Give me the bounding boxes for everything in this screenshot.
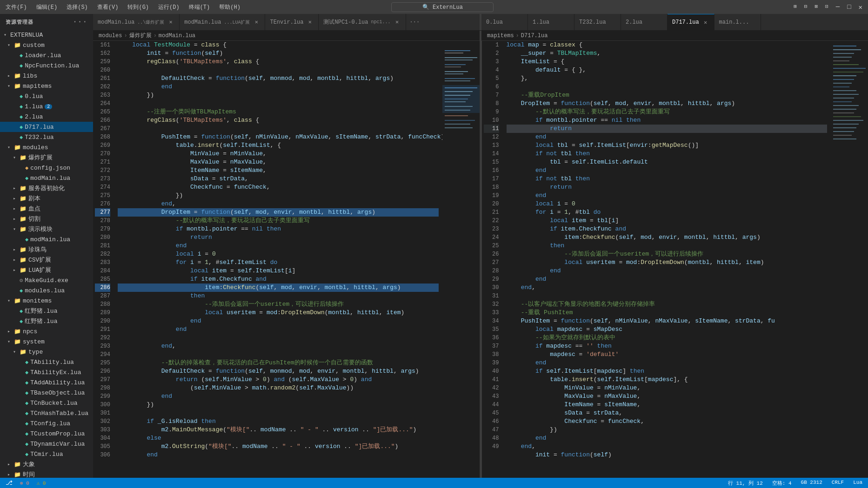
sidebar-item-baofazhankai[interactable]: ▾ 📁 爆炸扩展 bbox=[0, 152, 93, 163]
right-editor-content[interactable]: 12345 678910 11 1213141516 1718192021 22… bbox=[482, 41, 868, 478]
menu-edit[interactable]: 编辑(E) bbox=[34, 2, 60, 12]
sidebar-more-icon[interactable]: ··· bbox=[73, 18, 87, 26]
sidebar-item-npcfunction[interactable]: ◆ NpcFunction.lua bbox=[0, 60, 93, 71]
sidebar-item-loader[interactable]: ◆ loader.lua bbox=[0, 50, 93, 60]
titlebar-search-bar[interactable]: 🔍 ExternLua bbox=[391, 2, 494, 12]
tab-d717[interactable]: D717.lua ✕ bbox=[668, 14, 714, 30]
sidebar-item-1lua[interactable]: ◆ 1.lua 2 bbox=[0, 101, 93, 112]
menu-view[interactable]: 查看(V) bbox=[95, 2, 120, 12]
sidebar-item-2lua[interactable]: ◆ 2.lua bbox=[0, 112, 93, 122]
status-git-icon[interactable]: ⎇ bbox=[4, 479, 14, 487]
status-encoding[interactable]: GB 2312 bbox=[799, 480, 824, 487]
tab-close-icon[interactable]: ✕ bbox=[253, 19, 260, 26]
layout-icon-4[interactable]: ⊡ bbox=[823, 3, 830, 11]
tab-close-icon[interactable]: ✕ bbox=[306, 19, 314, 26]
sidebar-item-tcnbucket[interactable]: ◆ TCnBucket.lua bbox=[0, 398, 93, 408]
sidebar-item-tcmir[interactable]: ◆ TCmir.lua bbox=[0, 449, 93, 459]
sidebar-item-monitems[interactable]: ▾ 📁 monitems bbox=[0, 296, 93, 306]
tab-mainl[interactable]: main.l... bbox=[714, 14, 761, 30]
tab-modmain-baofazhan[interactable]: modMain.lua ..\爆炸扩展 ✕ bbox=[93, 14, 180, 30]
close-button[interactable]: ✕ bbox=[857, 3, 864, 11]
sidebar-item-tability[interactable]: ◆ TAbility.lua bbox=[0, 357, 93, 367]
menu-help[interactable]: 帮助(H) bbox=[217, 2, 242, 12]
sidebar-item-taddability[interactable]: ◆ TAddAbility.lua bbox=[0, 377, 93, 388]
tab-close-icon[interactable]: ✕ bbox=[702, 19, 709, 26]
sidebar-item-configjson[interactable]: ◆ config.json bbox=[0, 163, 93, 173]
sidebar-item-0lua[interactable]: ◆ 0.lua bbox=[0, 91, 93, 101]
sidebar-item-type[interactable]: ▾ 📁 type bbox=[0, 347, 93, 357]
tab-label: modMain.lua bbox=[98, 19, 134, 26]
sidebar-item-makeguid[interactable]: ⚙ MakeGuid.exe bbox=[0, 275, 93, 285]
tab-close-icon[interactable]: ✕ bbox=[167, 19, 174, 26]
sidebar-item-lua[interactable]: ▸ 📁 LUA扩展 bbox=[0, 265, 93, 275]
tab-tenvir[interactable]: TEnvir.lua ✕ bbox=[265, 14, 319, 30]
status-warnings[interactable]: ⚠ 0 bbox=[35, 480, 48, 486]
layout-icon-3[interactable]: ⊠ bbox=[813, 3, 820, 11]
bc-baofazhan[interactable]: 爆炸扩展 bbox=[129, 32, 152, 40]
sidebar-item-tbaseobj[interactable]: ◆ TBaseObject.lua bbox=[0, 388, 93, 398]
menu-goto[interactable]: 转到(G) bbox=[126, 2, 151, 12]
bc-d717[interactable]: D717.lua bbox=[521, 33, 548, 39]
menu-terminal[interactable]: 终端(T) bbox=[187, 2, 212, 12]
sidebar-item-tcustom[interactable]: ◆ TCustomProp.lua bbox=[0, 429, 93, 439]
minimize-button[interactable]: ─ bbox=[834, 3, 841, 11]
tab-more-button[interactable]: ··· bbox=[406, 14, 424, 30]
sidebar-item-fuwuqi[interactable]: ▸ 📁 服务器初始化 bbox=[0, 183, 93, 193]
bc-mapitems[interactable]: mapitems bbox=[487, 33, 514, 39]
tab-testnpc1[interactable]: 测试NPC1-0.lua npc1... ✕ bbox=[319, 14, 406, 30]
status-spaces[interactable]: 空格: 4 bbox=[770, 480, 794, 487]
left-editor-content[interactable]: 161162259260261 262263264265266 26726826… bbox=[93, 41, 480, 478]
sidebar-item-shijian[interactable]: ▸ 📁 时间 bbox=[0, 469, 93, 478]
sidebar-item-tdynamic[interactable]: ◆ TDynamicVar.lua bbox=[0, 439, 93, 449]
tab-modmain-lua2[interactable]: modMain.lua ...LUA扩展 ✕ bbox=[180, 14, 265, 30]
tab-2lua[interactable]: 2.lua bbox=[621, 14, 668, 30]
sidebar-item-hongyezhu2[interactable]: ◆ 红野猪.lua bbox=[0, 316, 93, 326]
sidebar-item-modules[interactable]: ▾ 📁 modules bbox=[0, 142, 93, 152]
tab-0lua[interactable]: 0.lua bbox=[481, 14, 528, 30]
sidebar-item-modmainlua[interactable]: ◆ modMain.lua bbox=[0, 173, 93, 183]
sidebar-item-yanshi[interactable]: ▾ 📁 演示模块 bbox=[0, 224, 93, 234]
tab-1lua[interactable]: 1.lua bbox=[528, 14, 574, 30]
sidebar-item-tabilityex[interactable]: ◆ TAbilityEx.lua bbox=[0, 367, 93, 377]
bc-modmain[interactable]: modMain.lua bbox=[159, 33, 195, 39]
sidebar-item-custom[interactable]: ▾ 📁 custom bbox=[0, 40, 93, 50]
status-errors[interactable]: ⊗ 0 bbox=[18, 480, 31, 486]
code-line bbox=[507, 292, 828, 300]
sidebar-item-moduleslua[interactable]: ◆ modules.lua bbox=[0, 285, 93, 296]
sidebar-item-xuedian[interactable]: ▸ 📁 血点 bbox=[0, 204, 93, 214]
sidebar-item-npcs[interactable]: ▸ 📁 npcs bbox=[0, 326, 93, 336]
code-line: else bbox=[118, 434, 439, 442]
sidebar-item-zhenzhu[interactable]: ▸ 📁 珍珠鸟 bbox=[0, 244, 93, 255]
sidebar-item-tcnhash[interactable]: ◆ TCnHashTable.lua bbox=[0, 408, 93, 418]
layout-icon-1[interactable]: ⊞ bbox=[792, 3, 799, 11]
menu-file[interactable]: 文件(F) bbox=[4, 2, 29, 12]
sidebar-item-t232[interactable]: ◆ T232.lua bbox=[0, 132, 93, 142]
sidebar-item-hongyezhu1[interactable]: ◆ 红野猪.lua bbox=[0, 306, 93, 316]
sidebar-item-d717[interactable]: ◆ D717.lua bbox=[0, 122, 93, 132]
status-position[interactable]: 行 11, 列 12 bbox=[726, 480, 765, 487]
sidebar-item-mapitems[interactable]: ▾ 📁 mapitems bbox=[0, 81, 93, 91]
bc-modules[interactable]: modules bbox=[99, 33, 122, 39]
sidebar-item-modmain2[interactable]: ◆ modMain.lua bbox=[0, 234, 93, 244]
status-line-ending[interactable]: CRLF bbox=[830, 480, 846, 487]
sidebar-item-csv[interactable]: ▸ 📁 CSV扩展 bbox=[0, 255, 93, 265]
right-code-content[interactable]: local map = classex { __super = TBLMapIt… bbox=[503, 41, 831, 478]
sidebar-root-externlua[interactable]: ▾ EXTERNLUA bbox=[0, 30, 93, 40]
sidebar-item-qiege[interactable]: ▸ 📁 切割 bbox=[0, 214, 93, 224]
menu-run[interactable]: 运行(D) bbox=[156, 2, 181, 12]
sidebar-item-libs[interactable]: ▸ 📁 libs bbox=[0, 71, 93, 81]
sidebar-item-juben[interactable]: ▸ 📁 剧本 bbox=[0, 193, 93, 204]
folder-arrow: ▾ bbox=[7, 298, 14, 303]
status-language[interactable]: Lua bbox=[851, 480, 864, 487]
left-code-content[interactable]: local TestModule = class { init = functi… bbox=[114, 41, 442, 478]
tab-close-icon[interactable]: ✕ bbox=[394, 19, 401, 26]
tab-t232[interactable]: T232.lua bbox=[574, 14, 621, 30]
sidebar-item-tconfig[interactable]: ◆ TConfig.lua bbox=[0, 418, 93, 429]
sidebar-item-da[interactable]: ▸ 📁 大象 bbox=[0, 459, 93, 469]
main-layout: 资源管理器 ··· ▾ EXTERNLUA ▾ 📁 custom ◆ loade… bbox=[0, 14, 868, 478]
maximize-button[interactable]: □ bbox=[845, 3, 853, 11]
menu-select[interactable]: 选择(S) bbox=[65, 2, 90, 12]
code-line: __super = TBLMapItems, bbox=[507, 49, 828, 58]
sidebar-item-system[interactable]: ▾ 📁 system bbox=[0, 336, 93, 347]
layout-icon-2[interactable]: ⊟ bbox=[802, 3, 809, 11]
